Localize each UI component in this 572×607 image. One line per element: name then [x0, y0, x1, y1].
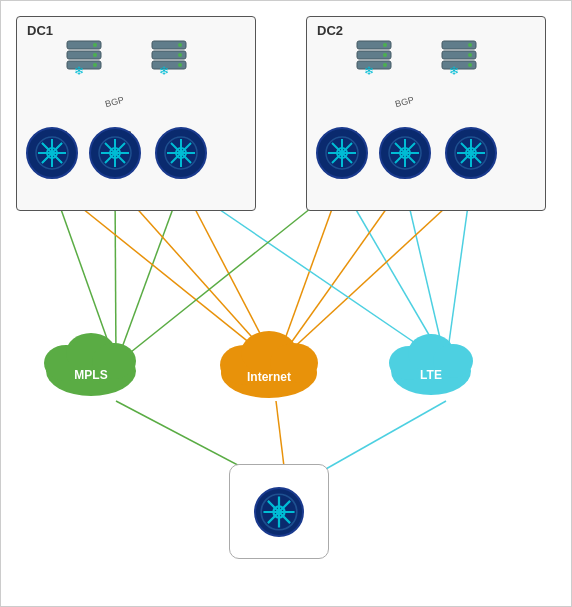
svg-text:❄: ❄: [449, 64, 459, 77]
lte-cloud: LTE: [381, 321, 481, 405]
dc1-bgp-label: BGP: [104, 95, 125, 110]
mpls-cloud: MPLS: [36, 321, 146, 405]
svg-point-41: [178, 63, 182, 67]
branch-box: Branch: [229, 464, 329, 559]
svg-text:❄: ❄: [364, 64, 374, 77]
mpls-label: MPLS: [74, 368, 107, 382]
dc2-router1: ASR R1: [326, 127, 359, 139]
svg-text:❄: ❄: [159, 64, 169, 77]
dc2-router3: ISR R3: [456, 127, 485, 139]
dc1-router3: ISR R3: [166, 127, 195, 139]
internet-cloud: Internet: [209, 321, 329, 405]
diagram-container: DC1 BGP ❄ ❄: [0, 0, 572, 607]
dc2-router2: ASR R2: [389, 127, 422, 139]
dc1-router2: ASR R2: [99, 127, 132, 139]
dc2-box: DC2 BGP ❄ ❄: [306, 16, 546, 211]
svg-point-33: [93, 53, 97, 57]
svg-point-54: [383, 63, 387, 67]
dc2-server2: ❄: [440, 39, 478, 81]
svg-point-34: [93, 63, 97, 67]
dc1-server2: ❄: [150, 39, 188, 81]
dc1-label: DC1: [27, 23, 53, 38]
svg-point-40: [178, 53, 182, 57]
dc1-router1: ASR R1: [36, 127, 69, 139]
dc2-bgp-label: BGP: [394, 95, 415, 110]
lte-label: LTE: [420, 368, 442, 382]
dc1-box: DC1 BGP ❄ ❄: [16, 16, 256, 211]
internet-label: Internet: [247, 370, 291, 384]
svg-point-61: [468, 63, 472, 67]
svg-point-52: [383, 43, 387, 47]
dc1-server1: ❄: [65, 39, 103, 81]
svg-point-60: [468, 53, 472, 57]
svg-point-39: [178, 43, 182, 47]
dc2-label: DC2: [317, 23, 343, 38]
svg-text:❄: ❄: [74, 64, 84, 77]
svg-point-59: [468, 43, 472, 47]
svg-point-53: [383, 53, 387, 57]
dc2-server1: ❄: [355, 39, 393, 81]
svg-point-32: [93, 43, 97, 47]
